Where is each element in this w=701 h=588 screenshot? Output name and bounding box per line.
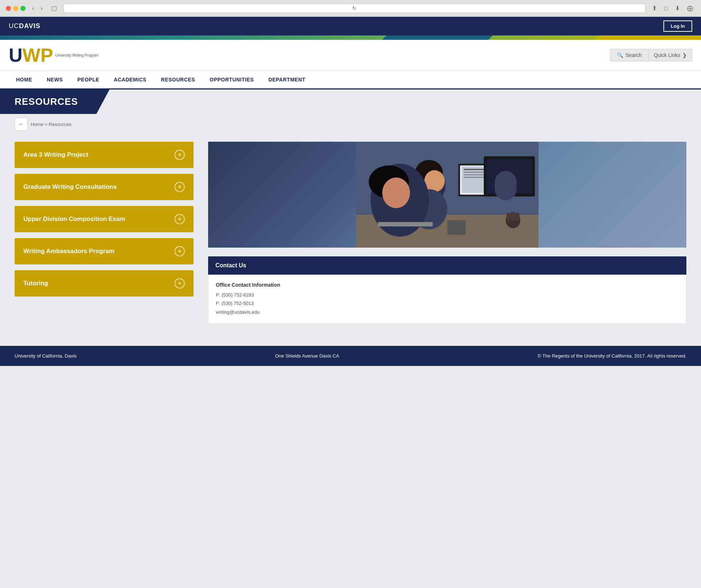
- download-icon[interactable]: ⬇: [673, 4, 682, 12]
- browser-chrome: ‹ › ▢ ↻ ⬆ □ ⬇ ⨁: [0, 0, 701, 17]
- ucd-topbar: UCDAVIS Log In: [0, 17, 701, 35]
- page-title-banner: RESOURCES: [0, 89, 110, 114]
- svg-rect-25: [506, 213, 520, 221]
- svg-point-20: [382, 177, 410, 208]
- accordion-upper-division[interactable]: Upper Division Composition Exam +: [15, 206, 194, 232]
- nav-people[interactable]: PEOPLE: [70, 71, 107, 88]
- nav-department[interactable]: DEPARTMENT: [261, 71, 313, 88]
- sidebar-toggle-button[interactable]: ▢: [49, 4, 59, 12]
- svg-rect-21: [495, 171, 517, 200]
- nav-opportunities[interactable]: OPPORTUNITIES: [202, 71, 261, 88]
- browser-nav: ‹ ›: [30, 4, 45, 12]
- accordion-plus-graduate: +: [175, 182, 185, 192]
- nav-home[interactable]: HOME: [9, 71, 39, 88]
- logo-wp: WP: [23, 46, 53, 65]
- main-nav: HOME NEWS PEOPLE ACADEMICS RESOURCES OPP…: [0, 71, 701, 89]
- quick-links-button[interactable]: Quick Links ❯: [648, 49, 692, 61]
- banner-triangles: [0, 35, 701, 40]
- contact-details: P: (530) 752-6283 F: (530) 752-5013 writ…: [216, 291, 679, 316]
- contact-phone: P: (530) 752-6283: [216, 291, 679, 299]
- accordion-area3[interactable]: Area 3 Writing Project +: [15, 142, 194, 168]
- ucd-logo: UCDAVIS: [9, 22, 41, 30]
- search-label: Search: [625, 52, 641, 58]
- minimize-dot[interactable]: [13, 6, 18, 11]
- browser-actions: ⬆ □ ⬇ ⨁: [650, 4, 695, 12]
- logo-subtitle: University Writing Program: [55, 53, 99, 58]
- accordion-plus-area3: +: [175, 150, 185, 160]
- header-right: 🔍 Search Quick Links ❯: [610, 49, 692, 61]
- accordion-graduate[interactable]: Graduate Writing Consultations +: [15, 174, 194, 200]
- extensions-icon[interactable]: ⨁: [685, 4, 695, 12]
- contact-fax: F: (530) 752-5013: [216, 299, 679, 308]
- nav-resources[interactable]: RESOURCES: [154, 71, 202, 88]
- breadcrumb: Home > Resources: [31, 122, 72, 127]
- accordion-tutoring[interactable]: Tutoring +: [15, 270, 194, 297]
- reading-mode-icon[interactable]: □: [662, 4, 670, 12]
- accordion-plus-ambassadors: +: [175, 246, 185, 256]
- maximize-dot[interactable]: [20, 6, 26, 11]
- footer-right: © The Regents of the University of Calif…: [538, 353, 686, 359]
- content-area: Area 3 Writing Project + Graduate Writin…: [0, 134, 701, 324]
- accordion-label-graduate: Graduate Writing Consultations: [23, 183, 117, 191]
- left-col: Area 3 Writing Project + Graduate Writin…: [15, 134, 194, 324]
- nav-academics[interactable]: ACADEMICS: [107, 71, 154, 88]
- back-button[interactable]: ←: [15, 118, 28, 131]
- footer-left: University of California, Davis: [15, 353, 77, 359]
- accordion-plus-tutoring: +: [175, 278, 185, 289]
- browser-dots: [6, 6, 26, 11]
- contact-us-card: Contact Us Office Contact Information P:…: [208, 256, 686, 324]
- accordion-label-area3: Area 3 Writing Project: [23, 151, 88, 159]
- breadcrumb-current: Resources: [49, 122, 72, 127]
- contact-email[interactable]: writing@ucdavis.edu: [216, 308, 679, 316]
- svg-rect-23: [447, 220, 466, 235]
- accordion-label-upper-division: Upper Division Composition Exam: [23, 215, 125, 223]
- breadcrumb-separator: >: [45, 122, 49, 127]
- logo-u: U: [9, 46, 23, 65]
- nav-news[interactable]: NEWS: [39, 71, 70, 88]
- reload-icon: ↻: [352, 5, 356, 11]
- contact-office-title: Office Contact Information: [216, 282, 679, 288]
- svg-rect-22: [378, 222, 433, 226]
- contact-us-body: Office Contact Information P: (530) 752-…: [208, 275, 686, 324]
- back-browser-button[interactable]: ‹: [30, 4, 36, 12]
- chevron-right-icon: ❯: [682, 52, 687, 58]
- site-footer: University of California, Davis One Shie…: [0, 346, 701, 366]
- footer-center: One Shields Avenue Davis CA: [275, 353, 339, 359]
- search-button[interactable]: 🔍 Search: [610, 49, 648, 61]
- page-wrapper: RESOURCES ← Home > Resources Area 3 Writ…: [0, 89, 701, 339]
- contact-us-title: Contact Us: [215, 262, 679, 269]
- quick-links-label: Quick Links: [654, 52, 680, 58]
- site-header: UWP University Writing Program 🔍 Search …: [0, 40, 701, 71]
- resource-image: [208, 142, 686, 248]
- search-icon: 🔍: [617, 52, 623, 58]
- page-title-row: RESOURCES: [0, 89, 701, 114]
- right-col: Contact Us Office Contact Information P:…: [208, 134, 686, 324]
- breadcrumb-row: ← Home > Resources: [0, 114, 701, 134]
- davis-text: DAVIS: [19, 22, 41, 30]
- close-dot[interactable]: [6, 6, 11, 11]
- page-title: RESOURCES: [15, 96, 95, 107]
- contact-us-header: Contact Us: [208, 256, 686, 275]
- share-icon[interactable]: ⬆: [650, 4, 659, 12]
- url-bar[interactable]: ↻: [64, 4, 646, 13]
- breadcrumb-home[interactable]: Home: [31, 122, 43, 127]
- accordion-label-tutoring: Tutoring: [23, 280, 48, 287]
- accordion-plus-upper-division: +: [175, 214, 185, 224]
- svg-rect-6: [464, 169, 486, 170]
- uwp-logo: UWP University Writing Program: [9, 46, 99, 65]
- forward-browser-button[interactable]: ›: [38, 4, 45, 12]
- accordion-label-ambassadors: Writing Ambassadors Program: [23, 248, 114, 255]
- accordion-ambassadors[interactable]: Writing Ambassadors Program +: [15, 238, 194, 264]
- login-button[interactable]: Log In: [663, 20, 692, 32]
- uc-text: UC: [9, 22, 19, 30]
